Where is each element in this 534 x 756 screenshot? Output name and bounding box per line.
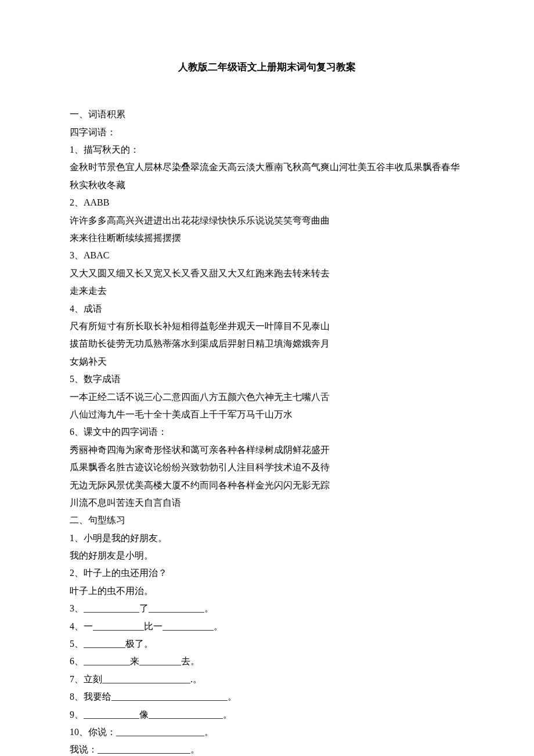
body-line: 1、描写秋天的： <box>70 141 464 159</box>
body-line: 秀丽神奇四海为家奇形怪状和蔼可亲各种各样绿树成阴鲜花盛开 <box>70 441 464 459</box>
body-line: 2、叶子上的虫还用治？ <box>70 564 464 582</box>
body-line: 一本正经二话不说三心二意四面八方五颜六色六神无主七嘴八舌 <box>70 388 464 406</box>
body-line: 尺有所短寸有所长取长补短相得益彰坐井观天一叶障目不见泰山 <box>70 318 464 335</box>
document-title: 人教版二年级语文上册期末词句复习教案 <box>70 58 464 77</box>
body-line: 一、词语积累 <box>70 106 464 123</box>
body-line: 4、成语 <box>70 300 464 318</box>
body-line: 9、____________像________________。 <box>70 706 464 723</box>
body-line: 又大又圆又细又长又宽又长又香又甜又大又红跑来跑去转来转去 <box>70 265 464 282</box>
body-line: 无边无际风景优美高楼大厦不约而同各种各样金光闪闪无影无踪 <box>70 477 464 494</box>
body-line: 瓜果飘香名胜古迹议论纷纷兴致勃勃引人注目科学技术迫不及待 <box>70 459 464 476</box>
body-line: 许许多多高高兴兴进进出出花花绿绿快快乐乐说说笑笑弯弯曲曲 <box>70 212 464 229</box>
body-line: 7、立刻___________________.。 <box>70 671 464 688</box>
body-line: 10、你说：___________________。 <box>70 723 464 741</box>
body-line: 6、__________来_________去。 <box>70 653 464 670</box>
body-line: 八仙过海九牛一毛十全十美成百上千千军万马千山万水 <box>70 406 464 423</box>
body-line: 来来往往断断续续摇摇摆摆 <box>70 229 464 247</box>
body-line: 8、我要给_________________________。 <box>70 688 464 705</box>
body-line: 2、AABB <box>70 194 464 211</box>
body-line: 拔苗助长徒劳无功瓜熟蒂落水到渠成后羿射日精卫填海嫦娥奔月 <box>70 335 464 352</box>
body-line: 四字词语： <box>70 124 464 141</box>
body-line: 叶子上的虫不用治。 <box>70 582 464 600</box>
body-line: 3、____________了____________。 <box>70 600 464 617</box>
body-line: 金秋时节景色宜人层林尽染叠翠流金天高云淡大雁南飞秋高气爽山河壮美五谷丰收瓜果飘香… <box>70 159 464 194</box>
body-line: 1、小明是我的好朋友。 <box>70 530 464 547</box>
document-body: 一、词语积累四字词语：1、描写秋天的：金秋时节景色宜人层林尽染叠翠流金天高云淡大… <box>70 106 464 756</box>
body-line: 5、数字成语 <box>70 370 464 388</box>
body-line: 4、一___________比一___________。 <box>70 618 464 635</box>
body-line: 女娲补天 <box>70 353 464 370</box>
body-line: 5、_________极了。 <box>70 635 464 653</box>
body-line: 二、句型练习 <box>70 512 464 529</box>
document-page: 人教版二年级语文上册期末词句复习教案 一、词语积累四字词语：1、描写秋天的：金秋… <box>0 0 534 756</box>
body-line: 我的好朋友是小明。 <box>70 547 464 564</box>
body-line: 川流不息叫苦连天自言自语 <box>70 494 464 512</box>
body-line: 走来走去 <box>70 282 464 300</box>
body-line: 我说：____________________。 <box>70 741 464 756</box>
body-line: 6、课文中的四字词语： <box>70 423 464 441</box>
body-line: 3、ABAC <box>70 247 464 264</box>
